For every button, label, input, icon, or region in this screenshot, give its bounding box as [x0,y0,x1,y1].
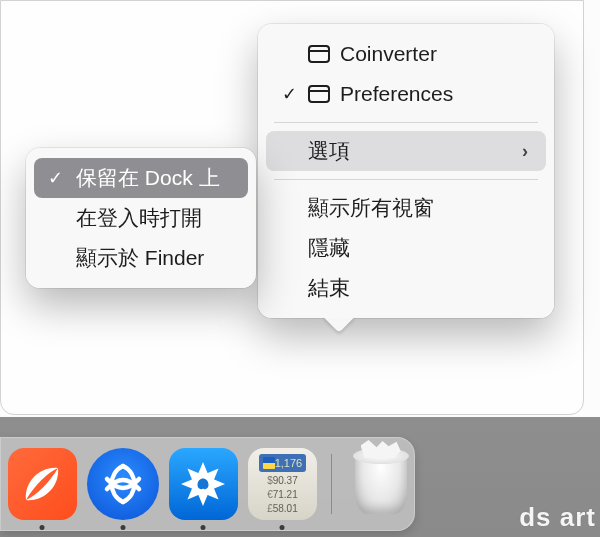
flag-icon [263,457,275,469]
gear-star-icon [178,459,228,509]
currency-val: 71.21 [273,489,298,500]
trash-icon [355,454,407,514]
options-submenu: ✓ 保留在 Dock 上 在登入時打開 顯示於 Finder [26,148,256,288]
dock-app-3[interactable] [169,448,238,520]
menu-hide[interactable]: 隱藏 [266,228,546,268]
svg-marker-2 [213,479,225,489]
dock-context-menu: Coinverter ✓ Preferences 選項 › 顯示所有視窗 隱藏 … [258,24,554,318]
menu-separator [274,179,538,180]
dock: 1,176 $90.37 €71.21 £58.01 [0,437,415,531]
check-icon: ✓ [280,83,298,105]
dock-trash[interactable] [346,448,415,520]
window-icon [308,45,330,63]
menu-label: 選項 [308,137,512,165]
window-icon [308,85,330,103]
running-indicator [201,525,206,530]
currency-val: 90.37 [273,475,298,486]
check-icon: ✓ [44,167,66,189]
menu-quit[interactable]: 結束 [266,268,546,308]
submenu-keep-in-dock[interactable]: ✓ 保留在 Dock 上 [34,158,248,198]
svg-marker-0 [198,462,208,474]
widget-top-value: 1,176 [275,457,303,469]
dock-separator [331,454,332,514]
menu-options[interactable]: 選項 › [266,131,546,171]
dock-app-2[interactable] [87,448,159,520]
menu-label: 顯示於 Finder [76,244,230,272]
running-indicator [280,525,285,530]
menu-label: 在登入時打開 [76,204,230,232]
running-indicator [40,525,45,530]
menu-separator [274,122,538,123]
submenu-show-in-finder[interactable]: 顯示於 Finder [34,238,248,278]
menu-label: 保留在 Dock 上 [76,164,230,192]
background-text: ds art [519,502,596,533]
running-indicator [120,525,125,530]
swirl-icon [20,462,64,506]
submenu-open-at-login[interactable]: 在登入時打開 [34,198,248,238]
menu-window-preferences[interactable]: ✓ Preferences [266,74,546,114]
menu-window-coinverter[interactable]: Coinverter [266,34,546,74]
menu-label: 顯示所有視窗 [308,194,528,222]
menu-label: Preferences [340,82,528,106]
menu-show-all-windows[interactable]: 顯示所有視窗 [266,188,546,228]
knot-icon [100,461,146,507]
menu-label: 隱藏 [308,234,528,262]
dock-app-1[interactable] [8,448,77,520]
svg-marker-6 [181,479,193,489]
menu-label: Coinverter [340,42,528,66]
menu-label: 結束 [308,274,528,302]
chevron-right-icon: › [522,141,528,162]
currency-val: 58.01 [273,503,298,514]
svg-marker-4 [198,494,208,506]
dock-app-coinverter[interactable]: 1,176 $90.37 €71.21 £58.01 [248,448,317,520]
